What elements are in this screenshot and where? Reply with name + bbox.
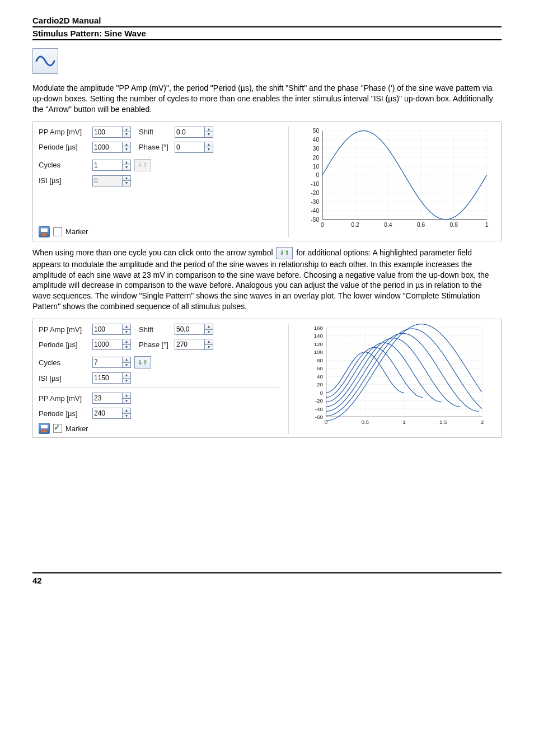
phase-input[interactable] bbox=[175, 142, 205, 153]
periode-step-input[interactable] bbox=[92, 408, 123, 419]
periode-input[interactable] bbox=[92, 339, 123, 350]
shift-input[interactable] bbox=[175, 324, 205, 335]
spinner-down-icon[interactable]: ▼ bbox=[122, 165, 131, 171]
spinner-up-icon[interactable]: ▲ bbox=[204, 127, 213, 132]
svg-text:10: 10 bbox=[313, 163, 320, 169]
isi-input bbox=[92, 175, 123, 186]
cycles-input[interactable] bbox=[92, 357, 123, 368]
marker-checkbox[interactable] bbox=[53, 424, 62, 433]
svg-text:-50: -50 bbox=[311, 216, 319, 222]
save-icon[interactable] bbox=[39, 226, 50, 237]
cycles-input[interactable] bbox=[92, 160, 123, 171]
shift-spinner[interactable]: ▲▼ bbox=[175, 324, 213, 335]
panel-multi-cycle: PP Amp [mV] ▲▼ Shift ▲▼ Periode [µs] bbox=[32, 319, 502, 438]
pp-amp-input[interactable] bbox=[92, 127, 123, 138]
svg-text:140: 140 bbox=[314, 333, 324, 339]
phase-spinner[interactable]: ▲▼ bbox=[175, 142, 213, 153]
spinner-up-icon[interactable]: ▲ bbox=[122, 127, 131, 132]
label-pp-amp: PP Amp [mV] bbox=[39, 325, 89, 334]
spinner-up-icon[interactable]: ▲ bbox=[122, 357, 131, 362]
svg-text:20: 20 bbox=[317, 381, 323, 388]
isi-spinner[interactable]: ▲▼ bbox=[92, 372, 131, 384]
shift-spinner[interactable]: ▲▼ bbox=[175, 127, 213, 138]
save-icon[interactable] bbox=[39, 423, 50, 434]
spinner-up-icon: ▲ bbox=[122, 175, 131, 181]
periode-step-spinner[interactable]: ▲▼ bbox=[92, 408, 131, 419]
svg-text:2: 2 bbox=[481, 419, 484, 424]
svg-text:-60: -60 bbox=[315, 414, 324, 420]
spinner-down-icon[interactable]: ▼ bbox=[204, 147, 213, 153]
marker-checkbox[interactable] bbox=[53, 227, 62, 236]
spinner-down-icon[interactable]: ▼ bbox=[122, 398, 131, 404]
svg-text:0,6: 0,6 bbox=[417, 222, 425, 227]
label-phase: Phase [°] bbox=[139, 143, 171, 151]
spinner-up-icon[interactable]: ▲ bbox=[122, 372, 131, 378]
pp-amp-spinner[interactable]: ▲▼ bbox=[92, 324, 131, 335]
svg-text:1: 1 bbox=[485, 222, 489, 227]
svg-text:0,5: 0,5 bbox=[361, 419, 369, 424]
panel-single-cycle: PP Amp [mV] ▲▼ Shift ▲▼ Periode [µs] bbox=[32, 122, 502, 241]
periode-input[interactable] bbox=[92, 142, 123, 153]
spinner-down-icon[interactable]: ▼ bbox=[204, 344, 213, 351]
spinner-down-icon[interactable]: ▼ bbox=[122, 378, 131, 384]
spinner-up-icon[interactable]: ▲ bbox=[122, 160, 131, 165]
label-marker: Marker bbox=[65, 227, 88, 236]
shift-input[interactable] bbox=[175, 127, 205, 138]
pp-amp-input[interactable] bbox=[92, 324, 123, 335]
spinner-down-icon[interactable]: ▼ bbox=[122, 413, 131, 419]
periode-spinner[interactable]: ▲▼ bbox=[92, 142, 131, 153]
svg-text:40: 40 bbox=[313, 137, 320, 143]
spinner-down-icon[interactable]: ▼ bbox=[122, 147, 131, 153]
spinner-up-icon[interactable]: ▲ bbox=[122, 408, 131, 413]
spinner-down-icon[interactable]: ▼ bbox=[122, 344, 131, 351]
svg-text:160: 160 bbox=[314, 325, 324, 331]
label-periode-step: Periode [µs] bbox=[39, 409, 89, 418]
spinner-up-icon[interactable]: ▲ bbox=[122, 393, 131, 398]
svg-text:-40: -40 bbox=[315, 406, 324, 412]
svg-text:-30: -30 bbox=[311, 199, 319, 205]
svg-text:0,8: 0,8 bbox=[450, 222, 458, 227]
spinner-down-icon[interactable]: ▼ bbox=[122, 132, 131, 138]
isi-input[interactable] bbox=[92, 372, 123, 384]
label-cycles: Cycles bbox=[39, 358, 89, 367]
svg-text:1: 1 bbox=[402, 419, 406, 424]
spinner-down-icon[interactable]: ▼ bbox=[204, 329, 213, 335]
phase-spinner[interactable]: ▲▼ bbox=[175, 339, 213, 350]
spinner-up-icon[interactable]: ▲ bbox=[122, 339, 131, 344]
intro-paragraph: Modulate the amplitude "PP Amp (mV)", th… bbox=[32, 83, 502, 115]
label-shift: Shift bbox=[139, 325, 171, 334]
pp-amp-spinner[interactable]: ▲▼ bbox=[92, 127, 131, 138]
svg-text:80: 80 bbox=[317, 357, 323, 363]
svg-text:100: 100 bbox=[314, 349, 324, 355]
pp-amp-step-spinner[interactable]: ▲▼ bbox=[92, 393, 131, 404]
svg-text:50: 50 bbox=[313, 128, 320, 134]
spinner-up-icon[interactable]: ▲ bbox=[204, 339, 213, 344]
label-pp-amp: PP Amp [mV] bbox=[39, 128, 89, 136]
spinner-up-icon[interactable]: ▲ bbox=[122, 142, 131, 147]
phase-input[interactable] bbox=[175, 339, 205, 350]
pp-amp-step-input[interactable] bbox=[92, 393, 123, 404]
svg-text:-40: -40 bbox=[311, 207, 319, 213]
arrow-options-icon: ⇓⇑ bbox=[276, 247, 293, 259]
spinner-up-icon[interactable]: ▲ bbox=[204, 142, 213, 147]
arrow-options-button[interactable]: ⇓⇑ bbox=[134, 356, 151, 368]
spinner-down-icon[interactable]: ▼ bbox=[204, 132, 213, 138]
cycles-spinner[interactable]: ▲▼ bbox=[92, 160, 131, 171]
spinner-down-icon[interactable]: ▼ bbox=[122, 329, 131, 335]
chart-multi: 160140120100806040200-20-40-60 00,511,52 bbox=[298, 324, 495, 426]
doc-title: Cardio2D Manual bbox=[32, 16, 502, 27]
page-number: 42 bbox=[32, 572, 502, 585]
label-periode: Periode [µs] bbox=[39, 143, 89, 151]
spinner-down-icon[interactable]: ▼ bbox=[122, 362, 131, 368]
svg-text:0: 0 bbox=[316, 172, 319, 178]
label-shift: Shift bbox=[139, 128, 171, 136]
spinner-up-icon[interactable]: ▲ bbox=[204, 324, 213, 329]
spinner-down-icon: ▼ bbox=[122, 180, 131, 186]
svg-text:0: 0 bbox=[325, 419, 328, 424]
periode-spinner[interactable]: ▲▼ bbox=[92, 339, 131, 350]
label-phase: Phase [°] bbox=[139, 340, 171, 349]
isi-spinner: ▲▼ bbox=[92, 175, 131, 186]
svg-text:-20: -20 bbox=[311, 190, 319, 196]
cycles-spinner[interactable]: ▲▼ bbox=[92, 357, 131, 368]
spinner-up-icon[interactable]: ▲ bbox=[122, 324, 131, 329]
